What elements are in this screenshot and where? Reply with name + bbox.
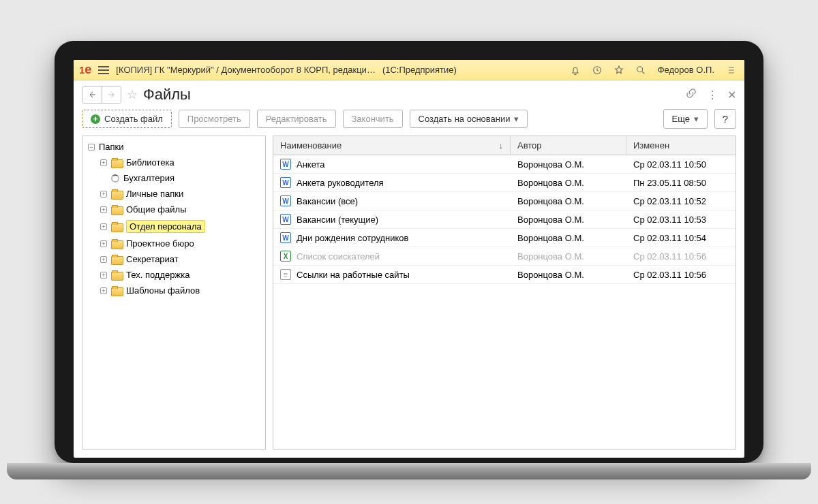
expand-icon[interactable]: [100, 206, 107, 213]
folder-icon: [111, 270, 122, 279]
folder-icon: [111, 222, 122, 231]
file-name: Анкета руководителя: [297, 178, 384, 188]
view-button[interactable]: Просмотреть: [179, 110, 250, 128]
logo-1c: 1e: [79, 63, 91, 77]
star-icon[interactable]: [611, 63, 626, 78]
expand-icon[interactable]: [100, 223, 107, 230]
grid-header-author[interactable]: Автор: [511, 136, 626, 155]
collapse-icon[interactable]: [88, 144, 95, 151]
page-header: ☆ Файлы ⋮ ✕: [74, 80, 744, 108]
tree-item[interactable]: Тех. поддержка: [82, 267, 265, 283]
tree-item-label: Общие файлы: [126, 204, 186, 215]
file-name: Ссылки на работные сайты: [297, 270, 410, 280]
expand-icon[interactable]: [100, 272, 107, 279]
folder-icon: [111, 189, 122, 198]
page-header-right: ⋮ ✕: [685, 87, 736, 102]
link-icon[interactable]: [685, 87, 697, 102]
file-changed: Ср 02.03.11 10:52: [633, 196, 706, 206]
folder-icon: [111, 239, 122, 248]
bell-icon[interactable]: [568, 63, 583, 78]
nav-forward-button[interactable]: [102, 86, 121, 103]
tree-item[interactable]: Личные папки: [82, 186, 265, 202]
loading-icon: [111, 174, 119, 183]
folder-icon: [111, 205, 122, 214]
file-changed: Ср 02.03.11 10:54: [633, 233, 706, 243]
file-changed: Ср 02.03.11 10:56: [633, 270, 706, 280]
grid-header-name[interactable]: Наименование ↓: [273, 136, 511, 155]
text-file-icon: [280, 269, 291, 280]
user-name[interactable]: Федоров О.П.: [655, 65, 717, 75]
tree-item-label: Личные папки: [126, 189, 183, 199]
file-name: Анкета: [297, 159, 325, 170]
more-button[interactable]: Еще ▾: [663, 109, 708, 129]
tree-root-label: Папки: [99, 142, 124, 152]
file-changed: Пн 23.05.11 08:50: [633, 178, 706, 188]
tree-item[interactable]: Общие файлы: [82, 202, 265, 217]
folder-icon: [111, 286, 122, 295]
expand-icon[interactable]: [100, 287, 107, 294]
word-file-icon: [280, 159, 291, 170]
table-row[interactable]: Дни рождения сотрудниковВоронцова О.М.Ср…: [273, 229, 736, 247]
search-icon[interactable]: [633, 63, 648, 78]
file-author: Воронцова О.М.: [517, 233, 584, 243]
tree-item-label: Тех. поддержка: [126, 270, 190, 280]
tree-item[interactable]: Библиотека: [82, 155, 265, 170]
table-row[interactable]: Анкета руководителяВоронцова О.М.Пн 23.0…: [273, 174, 736, 192]
page-title: Файлы: [143, 86, 191, 104]
tree-item[interactable]: Отдел персонала: [82, 217, 265, 236]
grid-header: Наименование ↓ Автор Изменен: [273, 136, 736, 155]
tree-item-label: Бухгалтерия: [123, 173, 175, 183]
history-icon[interactable]: [590, 63, 605, 78]
create-file-button[interactable]: + Создать файл: [82, 110, 172, 128]
file-name: Список соискателей: [297, 251, 380, 262]
table-row[interactable]: Вакансии (все)Воронцова О.М.Ср 02.03.11 …: [273, 192, 736, 210]
excel-file-icon: [280, 251, 291, 262]
folder-icon: [111, 255, 122, 264]
plus-icon: +: [91, 114, 100, 124]
user-menu-icon[interactable]: [724, 63, 739, 78]
file-changed: Ср 02.03.11 10:53: [633, 215, 706, 225]
table-row[interactable]: Ссылки на работные сайтыВоронцова О.М.Ср…: [273, 266, 736, 284]
nav-back-button[interactable]: [82, 86, 102, 103]
file-author: Воронцова О.М.: [517, 178, 584, 188]
tree-item[interactable]: Проектное бюро: [82, 236, 265, 251]
tree-item[interactable]: Шаблоны файлов: [82, 283, 265, 298]
create-from-button[interactable]: Создать на основании ▾: [410, 110, 528, 128]
window-title: [КОПИЯ] ГК "Меркурий" / Документооборот …: [116, 65, 376, 75]
app-window: 1e [КОПИЯ] ГК "Меркурий" / Документообор…: [74, 60, 744, 458]
table-row[interactable]: Список соискателейВоронцова О.М.Ср 02.03…: [273, 247, 736, 266]
tree-item-label: Проектное бюро: [126, 238, 194, 249]
expand-icon[interactable]: [100, 240, 107, 247]
main-menu-button[interactable]: [98, 66, 109, 74]
chevron-down-icon: ▾: [694, 114, 699, 124]
tree-item-label: Шаблоны файлов: [126, 285, 200, 296]
word-file-icon: [280, 214, 291, 225]
nav-group: [82, 86, 121, 104]
sort-asc-icon: ↓: [499, 140, 504, 151]
laptop-frame: 1e [КОПИЯ] ГК "Меркурий" / Документообор…: [55, 41, 763, 463]
tree-item[interactable]: Секретариат: [82, 251, 265, 267]
file-name: Дни рождения сотрудников: [297, 233, 408, 243]
tree-item-label: Библиотека: [126, 157, 175, 168]
folders-tree-pane: ПапкиБиблиотекаБухгалтерияЛичные папкиОб…: [82, 136, 266, 450]
table-row[interactable]: АнкетаВоронцова О.М.Ср 02.03.11 10:50: [273, 155, 736, 174]
tree-root-node[interactable]: Папки: [82, 139, 265, 155]
file-changed: Ср 02.03.11 10:56: [633, 251, 706, 262]
grid-header-changed[interactable]: Изменен: [626, 136, 736, 155]
titlebar: 1e [КОПИЯ] ГК "Меркурий" / Документообор…: [74, 60, 744, 80]
tree-item[interactable]: Бухгалтерия: [82, 170, 265, 186]
table-row[interactable]: Вакансии (текущие)Воронцова О.М.Ср 02.03…: [273, 210, 736, 229]
expand-icon[interactable]: [100, 159, 107, 166]
finish-button[interactable]: Закончить: [343, 110, 403, 128]
expand-icon[interactable]: [100, 191, 107, 198]
word-file-icon: [280, 177, 291, 188]
create-file-label: Создать файл: [104, 114, 163, 124]
tree-item-label: Отдел персонала: [126, 220, 205, 233]
expand-icon[interactable]: [100, 256, 107, 263]
help-button[interactable]: ?: [714, 109, 736, 129]
close-icon[interactable]: ✕: [727, 89, 736, 101]
kebab-menu-icon[interactable]: ⋮: [707, 89, 718, 101]
expand-icon[interactable]: [100, 175, 107, 182]
edit-button[interactable]: Редактировать: [257, 110, 336, 128]
favorite-icon[interactable]: ☆: [127, 87, 138, 102]
